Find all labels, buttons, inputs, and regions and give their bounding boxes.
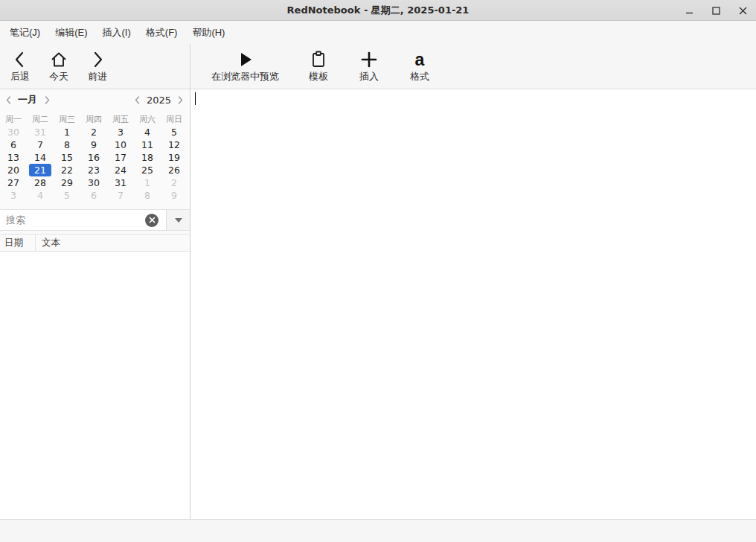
statusbar — [0, 519, 756, 542]
prev-year-button[interactable] — [132, 93, 143, 106]
calendar-day[interactable]: 18 — [136, 151, 158, 164]
calendar-day[interactable]: 5 — [56, 189, 78, 202]
calendar-day[interactable]: 10 — [109, 138, 132, 151]
calendar-day[interactable]: 31 — [109, 176, 132, 189]
calendar-day[interactable]: 25 — [136, 164, 158, 176]
next-year-button[interactable] — [175, 93, 185, 106]
calendar-day[interactable]: 2 — [83, 126, 105, 138]
forward-chevron-icon — [90, 50, 105, 69]
text-caret — [195, 92, 196, 105]
close-button[interactable] — [737, 4, 749, 16]
calendar-day[interactable]: 11 — [136, 138, 158, 151]
calendar-day[interactable]: 23 — [83, 164, 105, 176]
minimize-icon — [685, 7, 693, 15]
calendar-day[interactable]: 2 — [163, 176, 185, 189]
today-button[interactable]: 今天 — [43, 48, 74, 84]
calendar-day[interactable]: 6 — [2, 138, 25, 151]
clear-search-button[interactable] — [145, 214, 158, 227]
insert-label: 插入 — [359, 71, 379, 82]
calendar-day[interactable]: 7 — [29, 138, 51, 151]
calendar-day[interactable]: 17 — [109, 151, 132, 164]
insert-button[interactable]: 插入 — [353, 48, 385, 84]
preview-in-browser-button[interactable]: 在浏览器中预览 — [207, 48, 284, 84]
results-column-text[interactable]: 文本 — [36, 235, 190, 251]
window-title: RedNotebook - 星期二, 2025-01-21 — [287, 4, 470, 17]
calendar-day[interactable]: 1 — [56, 126, 78, 138]
calendar-day[interactable]: 22 — [56, 164, 78, 176]
calendar-day[interactable]: 16 — [83, 151, 105, 164]
calendar-day[interactable]: 20 — [2, 164, 25, 176]
play-icon — [238, 50, 253, 69]
calendar-day[interactable]: 8 — [136, 189, 158, 202]
calendar-day[interactable]: 8 — [56, 138, 78, 151]
calendar-day[interactable]: 5 — [163, 126, 185, 138]
template-button[interactable]: 模板 — [303, 48, 334, 84]
weekday-label: 周二 — [27, 113, 54, 126]
home-icon — [50, 50, 68, 69]
clipboard-icon — [310, 50, 327, 69]
journal-editor[interactable] — [190, 89, 756, 519]
search-results-list[interactable] — [0, 252, 190, 519]
calendar-day[interactable]: 3 — [2, 189, 25, 202]
calendar-nav: 一月 2025 — [0, 89, 190, 109]
calendar-day[interactable]: 30 — [2, 126, 25, 138]
calendar-year-label: 2025 — [147, 95, 171, 106]
menu-item-notebook[interactable]: 笔记(J) — [3, 22, 47, 43]
results-column-date[interactable]: 日期 — [0, 235, 36, 251]
calendar-day[interactable]: 13 — [2, 151, 25, 164]
weekday-label: 周一 — [0, 113, 27, 126]
menu-item-edit[interactable]: 编辑(E) — [48, 22, 94, 43]
prev-month-button[interactable] — [3, 93, 13, 106]
calendar-day[interactable]: 4 — [29, 189, 51, 202]
calendar-day[interactable]: 6 — [83, 189, 105, 202]
today-label: 今天 — [49, 71, 68, 82]
weekday-label: 周四 — [80, 113, 107, 126]
calendar-day[interactable]: 28 — [29, 176, 51, 189]
back-chevron-icon — [13, 50, 28, 69]
next-month-button[interactable] — [42, 93, 52, 106]
titlebar: RedNotebook - 星期二, 2025-01-21 — [0, 0, 756, 21]
calendar-day[interactable]: 15 — [56, 151, 78, 164]
back-button[interactable]: 后退 — [4, 48, 36, 84]
calendar-day[interactable]: 29 — [56, 176, 78, 189]
chevron-down-icon — [175, 218, 182, 223]
weekday-label: 周五 — [107, 113, 134, 126]
search-options-dropdown[interactable] — [166, 210, 190, 230]
calendar-day[interactable]: 9 — [83, 138, 105, 151]
toolbar: 后退 今天 前进 在浏览器中预览 — [0, 44, 756, 89]
calendar-day[interactable]: 12 — [163, 138, 185, 151]
calendar-day[interactable]: 31 — [29, 126, 51, 138]
clear-icon — [149, 214, 156, 226]
menu-item-insert[interactable]: 插入(I) — [96, 22, 138, 43]
weekday-label: 周三 — [54, 113, 80, 126]
format-label: 格式 — [410, 71, 429, 82]
calendar-day[interactable]: 3 — [109, 126, 132, 138]
calendar-day[interactable]: 1 — [136, 176, 158, 189]
toolbar-nav-group: 后退 今天 前进 — [0, 44, 190, 89]
calendar-day-selected[interactable]: 21 — [29, 164, 51, 176]
calendar-day[interactable]: 14 — [29, 151, 51, 164]
calendar-day[interactable]: 9 — [163, 189, 185, 202]
calendar-day[interactable]: 4 — [136, 126, 158, 138]
maximize-button[interactable] — [710, 4, 722, 16]
calendar-day[interactable]: 26 — [163, 164, 185, 176]
preview-label: 在浏览器中预览 — [211, 71, 279, 82]
minimize-button[interactable] — [683, 4, 695, 16]
window-controls — [683, 0, 749, 21]
forward-label: 前进 — [88, 71, 107, 82]
maximize-icon — [712, 7, 720, 15]
calendar-day[interactable]: 27 — [2, 176, 25, 189]
template-label: 模板 — [309, 71, 328, 82]
calendar-day[interactable]: 7 — [109, 189, 132, 202]
calendar-day[interactable]: 24 — [109, 164, 132, 176]
calendar-day[interactable]: 19 — [163, 151, 185, 164]
close-icon — [739, 7, 747, 15]
search-input[interactable] — [0, 210, 145, 230]
calendar-day[interactable]: 30 — [83, 176, 105, 189]
calendar-month-label: 一月 — [18, 93, 37, 106]
menu-item-format[interactable]: 格式(F) — [139, 22, 185, 43]
format-button[interactable]: a 格式 — [404, 48, 435, 84]
forward-button[interactable]: 前进 — [82, 48, 113, 84]
weekday-label: 周日 — [161, 113, 188, 126]
menu-item-help[interactable]: 帮助(H) — [185, 22, 231, 43]
